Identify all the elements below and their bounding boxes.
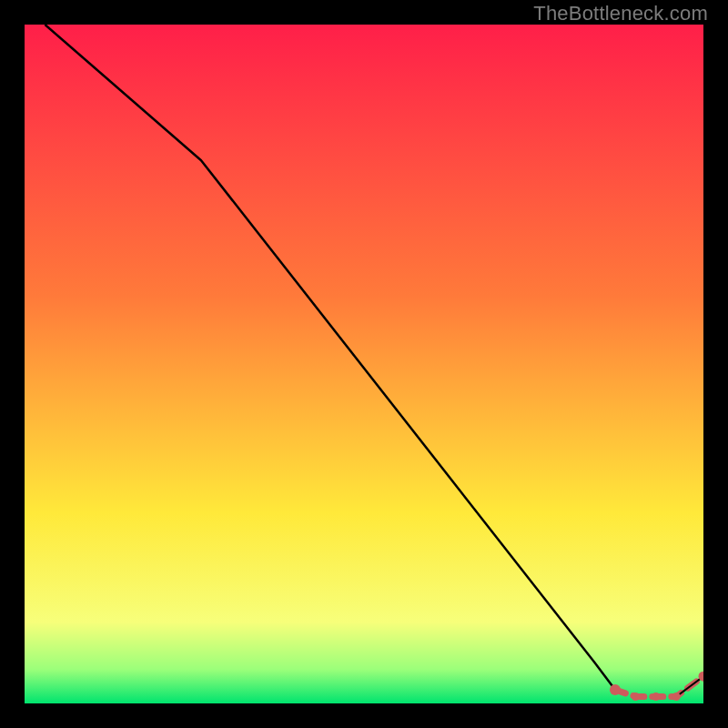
plot-area [25,25,703,703]
chart-svg [25,25,703,703]
data-point [652,693,660,701]
data-point [632,693,640,701]
gradient-background [25,25,703,703]
data-point-start [610,684,621,695]
data-point [672,693,681,701]
watermark-text: TheBottleneck.com [533,2,708,25]
chart-frame: TheBottleneck.com [0,0,728,728]
